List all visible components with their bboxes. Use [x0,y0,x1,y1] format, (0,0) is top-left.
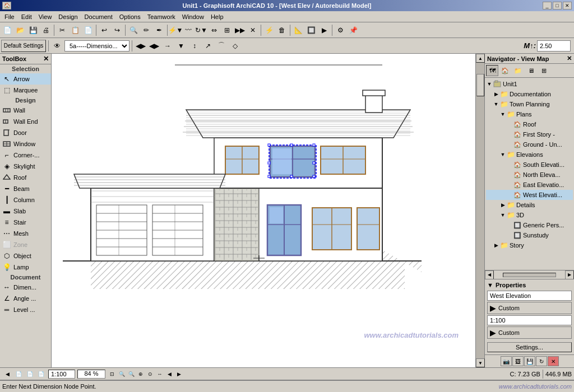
toolbox-item-level[interactable]: ═ Level ... [0,304,51,315]
zoom-reset-btn[interactable]: ⊡ [108,370,117,379]
tb-paste[interactable]: 📄 [82,24,94,36]
nav-btn-screen[interactable]: 🖥 [525,65,537,76]
zoom-next-btn[interactable]: ▶ [174,370,183,379]
tb-save[interactable]: 💾 [27,24,39,36]
toggle-town-planning[interactable]: ▼ [493,101,499,107]
zoom-scroll-btn[interactable]: ↔ [155,370,164,379]
tb-open[interactable]: 📂 [14,24,26,36]
status-page3-btn[interactable]: 📄 [36,370,46,379]
nav-bottom-close-btn[interactable]: ✕ [548,356,559,366]
menu-teamwork[interactable]: Teamwork [144,12,179,21]
tb2-icon1[interactable]: 👁 [51,40,63,52]
tree-item-sunstudy[interactable]: 🔲 Sunstudy [486,230,573,240]
maximize-btn[interactable]: □ [553,2,562,10]
nav-bottom-save-btn[interactable]: 💾 [524,356,535,366]
nav-btn-folder[interactable]: 📁 [512,65,524,76]
status-prev-btn[interactable]: ◀ [2,370,12,379]
tb2-stretch-h[interactable]: ◀▶ [135,40,147,52]
tree-item-unit1[interactable]: ▼ Unit1 [486,79,573,89]
tree-item-3d[interactable]: ▼ 📁 3D [486,210,573,220]
tb-delete[interactable]: ✕ [247,24,259,36]
menu-options[interactable]: Options [116,12,144,21]
tb-rotate[interactable]: ↻▼ [195,24,207,36]
tb-square[interactable]: 🔲 [305,24,317,36]
toolbox-item-door[interactable]: Door [0,127,51,138]
tree-item-story[interactable]: ▶ 📁 Story [486,240,573,250]
tree-item-details[interactable]: ▶ 📁 Details [486,200,573,210]
toolbox-item-window[interactable]: Window [0,138,51,150]
tb-redo[interactable]: ↪ [111,24,123,36]
toolbox-item-skylight[interactable]: ◈ Skylight [0,161,51,172]
tree-item-plans[interactable]: ▼ 📁 Plans [486,109,573,119]
zoom-fit-btn[interactable]: ⊕ [136,370,145,379]
toolbox-item-zone[interactable]: ⬜ Zone [0,239,51,250]
tree-item-south-elev[interactable]: 🏠 South Elevati... [486,160,573,170]
tree-item-town-planning[interactable]: ▼ 📁 Town Planning [486,99,573,109]
zoom-prev-btn[interactable]: ◀ [165,370,174,379]
tb2-arrow-r[interactable]: → [161,40,174,52]
toolbox-item-mesh[interactable]: ⋯ Mesh [0,228,51,239]
tb-elevate[interactable]: ⚡ [263,24,275,36]
nav-hscroll-left-btn[interactable]: ◀ [485,270,494,279]
tree-item-ground[interactable]: 🏠 Ground - Un... [486,139,573,150]
toolbox-item-dimension[interactable]: ↔ Dimen... [0,282,51,293]
tb-group[interactable]: ▶▶ [234,24,246,36]
menu-file[interactable]: File [1,12,18,21]
tb-play[interactable]: ▶ [318,24,330,36]
tb-cut[interactable]: ✂ [56,24,68,36]
toolbox-item-marquee[interactable]: ⬚ Marquee [0,85,51,96]
tb-multiply[interactable]: ⊞ [221,24,233,36]
toolbox-item-wall[interactable]: Wall [0,105,51,116]
toggle-story[interactable]: ▶ [493,242,499,248]
tb-magic-wand[interactable]: 〰 [182,24,195,36]
zoom-box[interactable]: 84 % [77,370,105,379]
m-value-input[interactable] [537,40,571,52]
tree-item-north-elev[interactable]: 🏠 North Eleva... [486,170,573,180]
tb2-stretch-h2[interactable]: ◀▶ [148,40,160,52]
zoom-fit2-btn[interactable]: ⊙ [146,370,155,379]
nav-hscroll-track[interactable] [503,273,556,277]
toggle-doc[interactable]: ▶ [493,91,499,97]
tb2-settings-btn[interactable]: Default Settings [1,40,46,52]
settings-button[interactable]: Settings... [487,342,572,352]
tb-pin[interactable]: 📌 [347,24,359,36]
status-page1-btn[interactable]: 📄 [13,370,24,379]
minimize-btn[interactable]: _ [543,2,552,10]
tb2-diamond[interactable]: ◇ [229,40,241,52]
tree-item-roof[interactable]: 🏠 Roof [486,119,573,129]
tb-new[interactable]: 📄 [1,24,13,36]
toolbox-item-corner[interactable]: ⌐ Corner-... [0,150,51,161]
toolbox-item-lamp[interactable]: 💡 Lamp [0,262,51,273]
tb2-arc[interactable]: ⌒ [215,40,228,52]
tb-copy[interactable]: 📋 [69,24,81,36]
toolbox-item-stair[interactable]: ≡ Stair [0,217,51,228]
tb-settings[interactable]: ⚙ [334,24,346,36]
tree-item-elevaions[interactable]: ▼ 📁 Elevaions [486,150,573,160]
toggle-details[interactable]: ▶ [499,202,506,208]
tb-measure[interactable]: 📐 [292,24,304,36]
nav-bottom-refresh-btn[interactable]: ↻ [536,356,547,366]
toolbox-item-object[interactable]: ⬡ Object [0,250,51,262]
toolbox-item-beam[interactable]: ━ Beam [0,183,51,194]
tree-item-generic-pers[interactable]: 🔲 Generic Pers... [486,220,573,230]
zoom-in-btn[interactable]: 🔍 [117,370,126,379]
vscroll-track[interactable] [476,63,484,358]
menu-view[interactable]: View [35,12,55,21]
zoom-out-btn[interactable]: 🔍 [127,370,136,379]
nav-bottom-image-btn[interactable]: 🖼 [512,356,524,366]
tb-pen[interactable]: ✏ [140,24,152,36]
tb-print[interactable]: 🖨 [40,24,52,36]
close-btn[interactable]: ✕ [563,2,572,10]
toolbox-item-arrow[interactable]: ↖ Arrow [0,73,51,85]
tree-item-documentation[interactable]: ▶ 📁 Documentation [486,89,573,99]
menu-help[interactable]: Help [207,12,227,21]
system-menu-btn[interactable]: 🏠 [2,2,11,10]
toolbox-item-wall-end[interactable]: Wall End [0,116,51,127]
tb-undo[interactable]: ↩ [98,24,110,36]
toggle-plans[interactable]: ▼ [499,111,506,117]
toggle-3d[interactable]: ▼ [499,212,506,218]
navigator-close-btn[interactable]: ✕ [567,55,572,62]
tb-pen2[interactable]: ✒ [153,24,165,36]
tb-mirror[interactable]: ⇔ [208,24,220,36]
menu-window[interactable]: Window [179,12,207,21]
